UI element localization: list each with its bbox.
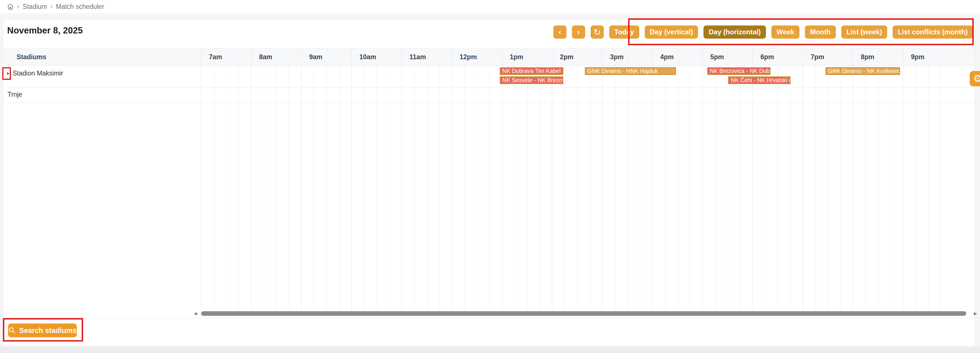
date-title: November 8, 2025 xyxy=(7,25,83,36)
half-hour-line xyxy=(477,48,477,65)
quarter-hour-line xyxy=(527,65,528,318)
breadcrumb: › Stadium › Match scheduler xyxy=(0,0,980,13)
match-event[interactable]: GNK Dinamo - NK Kurilovec xyxy=(826,67,900,75)
half-hour-line xyxy=(928,48,929,65)
quarter-hour-line xyxy=(427,65,427,318)
app-root: › Stadium › Match scheduler November 8, … xyxy=(0,0,980,353)
hour-label: 10am xyxy=(360,48,376,65)
toolbar: ‹ › ↻ TodayDay (vertical)Day (horizontal… xyxy=(553,25,973,39)
scroll-left-icon[interactable]: ◀ xyxy=(193,311,198,316)
refresh-button[interactable]: ↻ xyxy=(590,25,604,39)
match-event[interactable]: NK Brezovica - NK Dubrava Tim Ka xyxy=(707,67,770,75)
search-icon xyxy=(8,327,16,334)
half-hour-line xyxy=(527,48,528,65)
resource-row-trnje: Trnje xyxy=(8,90,22,99)
view-button[interactable]: Day (horizontal) xyxy=(703,25,766,39)
view-button[interactable]: Month xyxy=(805,25,836,39)
expand-row-icon[interactable]: ► xyxy=(5,71,11,76)
breadcrumb-item-match-scheduler[interactable]: Match scheduler xyxy=(56,3,104,11)
row-divider xyxy=(3,103,975,103)
resource-row-stadion-maksimir: ► Stadion Maksimir xyxy=(5,69,63,78)
search-stadiums-button[interactable]: Search stadiums xyxy=(8,323,77,337)
half-hour-line xyxy=(427,48,427,65)
quarter-hour-line xyxy=(364,65,364,318)
hour-column: 5pm xyxy=(702,48,752,318)
scroll-right-icon[interactable]: ▶ xyxy=(973,311,978,316)
hour-column: 8am xyxy=(251,48,301,318)
quarter-hour-line xyxy=(790,65,791,318)
hour-label: 7pm xyxy=(811,48,824,65)
quarter-hour-line xyxy=(214,65,214,318)
quarter-hour-line xyxy=(289,65,289,318)
hour-column: 4pm xyxy=(652,48,702,318)
scheduler-card: November 8, 2025 ‹ › ↻ TodayDay (vertica… xyxy=(3,19,975,347)
view-button[interactable]: Day (vertical) xyxy=(645,25,698,39)
hour-column: 1pm xyxy=(502,48,552,318)
home-icon[interactable] xyxy=(7,3,14,10)
quarter-hour-line xyxy=(941,65,941,318)
quarter-hour-line xyxy=(226,65,227,318)
breadcrumb-item-stadium[interactable]: Stadium xyxy=(23,3,47,11)
hour-column: 8pm xyxy=(853,48,903,318)
hour-label: 4pm xyxy=(660,48,674,65)
hour-column: 11am xyxy=(401,48,452,318)
prev-day-button[interactable]: ‹ xyxy=(553,25,566,39)
hour-column: 12pm xyxy=(452,48,502,318)
view-button[interactable]: Week xyxy=(772,25,799,39)
hour-column: 7pm xyxy=(803,48,853,318)
scrollbar-thumb[interactable] xyxy=(201,311,966,316)
resource-row-label: Stadion Maksimir xyxy=(13,70,63,77)
quarter-hour-line xyxy=(678,65,678,318)
hour-label: 2pm xyxy=(560,48,573,65)
hour-label: 12pm xyxy=(460,48,477,65)
hour-column: 6pm xyxy=(752,48,803,318)
hour-label: 9am xyxy=(309,48,322,65)
quarter-hour-line xyxy=(477,65,477,318)
hour-label: 9pm xyxy=(911,48,924,65)
half-hour-line xyxy=(778,48,778,65)
half-hour-line xyxy=(277,48,277,65)
breadcrumb-separator: › xyxy=(17,3,19,10)
match-event[interactable]: NK Sesvete - NK Brezovica xyxy=(500,76,563,84)
quarter-hour-line xyxy=(728,65,728,318)
hour-label: 1pm xyxy=(510,48,523,65)
quarter-hour-line xyxy=(865,65,866,318)
hour-label: 6pm xyxy=(760,48,774,65)
quarter-hour-line xyxy=(414,65,415,318)
match-event[interactable]: NK Čehi - NK Hrvatski dragovoljac xyxy=(728,76,791,84)
hour-column: 7am xyxy=(201,48,251,318)
quarter-hour-line xyxy=(515,65,515,318)
quarter-hour-line xyxy=(715,65,716,318)
half-hour-line xyxy=(828,48,829,65)
quarter-hour-line xyxy=(665,65,665,318)
hour-label: 11am xyxy=(409,48,426,65)
quarter-hour-line xyxy=(377,65,377,318)
half-hour-line xyxy=(377,48,377,65)
resource-column-divider xyxy=(201,48,201,318)
hour-label: 5pm xyxy=(710,48,724,65)
quarter-hour-line xyxy=(916,65,916,318)
horizontal-scrollbar[interactable]: ◀ ▶ xyxy=(193,311,978,316)
search-stadiums-label: Search stadiums xyxy=(19,326,76,335)
quarter-hour-line xyxy=(928,65,929,318)
quarter-hour-line xyxy=(277,65,277,318)
half-hour-line xyxy=(226,48,227,65)
quarter-hour-line xyxy=(891,65,891,318)
match-event[interactable]: GNK Dinamo - HNK Hajduk xyxy=(585,67,676,75)
match-event[interactable]: NK Dubrava Tim Kabel - NK Čehi xyxy=(500,67,563,75)
hour-label: 7am xyxy=(209,48,222,65)
next-day-button[interactable]: › xyxy=(572,25,585,39)
hour-column: 9pm xyxy=(903,48,953,318)
quarter-hour-line xyxy=(778,65,778,318)
resource-column-header: Stadiums xyxy=(17,48,46,65)
half-hour-line xyxy=(678,48,678,65)
quarter-hour-line xyxy=(590,65,590,318)
view-button[interactable]: List conflicts (month) xyxy=(892,25,973,39)
hour-label: 3pm xyxy=(610,48,624,65)
hour-column: 9am xyxy=(301,48,351,318)
quarter-hour-line xyxy=(640,65,640,318)
view-button[interactable]: List (week) xyxy=(841,25,887,39)
gear-icon: ⚙ xyxy=(973,73,980,85)
view-button[interactable]: Today xyxy=(609,25,639,39)
settings-flyout-button[interactable]: ⚙ xyxy=(970,71,980,86)
